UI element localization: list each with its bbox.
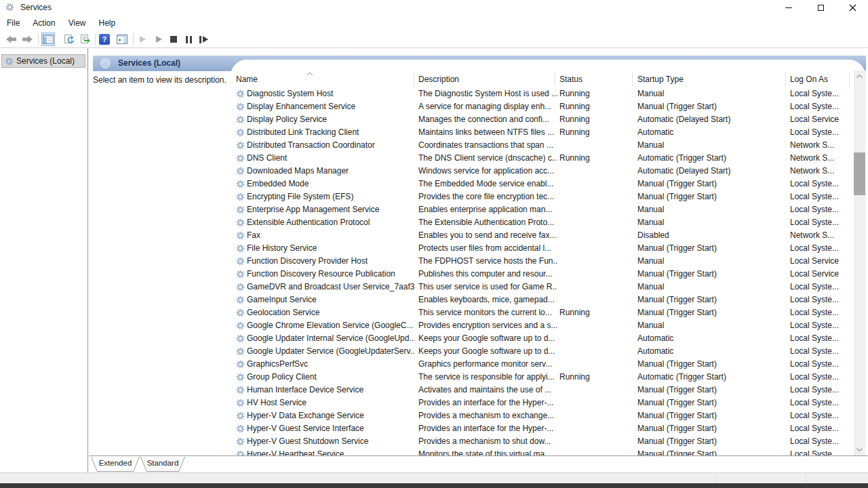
- column-divider[interactable]: [785, 72, 786, 87]
- restart-service-button[interactable]: [197, 33, 210, 46]
- maximize-button[interactable]: [805, 0, 836, 15]
- forward-button[interactable]: [20, 33, 34, 46]
- table-row[interactable]: Downloaded Maps Manager Windows service …: [231, 165, 854, 178]
- service-description: The Extensible Authentication Proto...: [418, 218, 557, 227]
- services-header-gear-icon: [100, 58, 111, 70]
- table-row[interactable]: Group Policy Client The service is respo…: [231, 371, 854, 384]
- start-service-button[interactable]: [136, 33, 149, 46]
- column-header-name[interactable]: Name: [236, 75, 258, 84]
- table-row[interactable]: Distributed Transaction Coordinator Coor…: [231, 140, 854, 152]
- service-startup-type: Automatic (Delayed Start): [637, 166, 788, 176]
- minimize-button[interactable]: [773, 0, 804, 15]
- service-logon-as: Local Syste...: [790, 372, 854, 382]
- table-row[interactable]: Google Updater Service (GoogleUpdaterSer…: [231, 346, 854, 359]
- table-row[interactable]: Display Enhancement Service A service fo…: [231, 101, 854, 114]
- table-row[interactable]: DNS Client The DNS Client service (dnsca…: [231, 152, 854, 165]
- table-row[interactable]: Human Interface Device Service Activates…: [231, 384, 854, 397]
- service-description: Provides an interface for the Hyper-...: [418, 398, 557, 407]
- table-row[interactable]: Fax Enables you to send and receive fax.…: [231, 230, 854, 243]
- service-logon-as: Local Syste...: [790, 411, 854, 420]
- details-pane: Services (Local) Select an item to view …: [89, 48, 868, 455]
- back-button[interactable]: [4, 33, 18, 46]
- scrollbar-thumb[interactable]: [854, 152, 865, 195]
- restart-icon: [199, 36, 208, 43]
- bottom-scroll-strip[interactable]: [0, 472, 868, 483]
- table-row[interactable]: Hyper-V Data Exchange Service Provides a…: [231, 410, 854, 423]
- column-divider[interactable]: [414, 72, 414, 87]
- play-icon: [156, 36, 162, 43]
- service-name: Google Chrome Elevation Service (GoogleC…: [247, 321, 415, 330]
- column-divider[interactable]: [632, 72, 633, 87]
- service-gear-icon: [236, 296, 245, 306]
- table-row[interactable]: Embedded Mode The Embedded Mode service …: [231, 178, 854, 191]
- service-name: Encrypting File System (EFS): [247, 192, 415, 201]
- vertical-scrollbar[interactable]: [854, 70, 865, 455]
- table-row[interactable]: Hyper-V Guest Shutdown Service Provides …: [231, 436, 854, 449]
- table-row[interactable]: Encrypting File System (EFS) Provides th…: [231, 191, 854, 204]
- menu-file[interactable]: File: [1, 16, 26, 30]
- service-gear-icon: [236, 399, 245, 409]
- table-row[interactable]: Google Chrome Elevation Service (GoogleC…: [231, 320, 854, 333]
- column-divider[interactable]: [555, 72, 555, 87]
- service-startup-type: Automatic (Trigger Start): [637, 372, 788, 382]
- service-name: Distributed Link Tracking Client: [247, 127, 415, 137]
- service-gear-icon: [236, 89, 245, 100]
- service-logon-as: Network S...: [790, 230, 854, 240]
- service-logon-as: Local Syste...: [790, 308, 854, 317]
- show-console-tree-button[interactable]: [41, 33, 55, 46]
- refresh-button[interactable]: [62, 33, 76, 46]
- scroll-up-button[interactable]: [854, 70, 865, 82]
- menu-help[interactable]: Help: [93, 16, 122, 30]
- description-hint: Select an item to view its description.: [93, 75, 229, 85]
- table-row[interactable]: HV Host Service Provides an interface fo…: [231, 397, 854, 410]
- help-button[interactable]: ?: [98, 33, 111, 46]
- service-gear-icon: [236, 192, 245, 203]
- resume-service-button[interactable]: [152, 33, 165, 46]
- table-row[interactable]: Diagnostic System Host The Diagnostic Sy…: [231, 88, 854, 101]
- tab-standard[interactable]: Standard: [140, 457, 185, 472]
- table-row[interactable]: Function Discovery Resource Publication …: [231, 268, 854, 281]
- service-gear-icon: [236, 308, 245, 319]
- menu-action[interactable]: Action: [26, 16, 61, 30]
- column-header-description[interactable]: Description: [418, 75, 459, 84]
- scroll-down-button[interactable]: [854, 444, 865, 455]
- tree-item-services-local[interactable]: Services (Local): [1, 54, 85, 68]
- menu-view[interactable]: View: [62, 16, 92, 30]
- strip-divider: [715, 474, 716, 483]
- service-startup-type: Automatic (Trigger Start): [637, 153, 788, 163]
- table-row[interactable]: File History Service Protects user files…: [231, 243, 854, 256]
- table-row[interactable]: Hyper-V Guest Service Interface Provides…: [231, 423, 854, 436]
- table-row[interactable]: Google Updater Internal Service (GoogleU…: [231, 333, 854, 346]
- table-row[interactable]: Enterprise App Management Service Enable…: [231, 204, 854, 217]
- table-row[interactable]: Extensible Authentication Protocol The E…: [231, 217, 854, 230]
- show-action-pane-button[interactable]: [115, 33, 129, 46]
- column-header-startup-type[interactable]: Startup Type: [637, 75, 684, 84]
- service-status: Running: [559, 115, 634, 124]
- table-row[interactable]: Distributed Link Tracking Client Maintai…: [231, 127, 854, 140]
- stop-service-button[interactable]: [167, 33, 180, 46]
- column-divider[interactable]: [849, 72, 850, 87]
- service-gear-icon: [236, 270, 245, 281]
- service-gear-icon: [236, 180, 245, 190]
- column-header-logon-as[interactable]: Log On As: [790, 75, 828, 84]
- pause-service-button[interactable]: [182, 33, 195, 46]
- table-row[interactable]: GameDVR and Broadcast User Service_7aaf3…: [231, 281, 854, 294]
- service-description: This user service is used for Game R...: [418, 282, 557, 291]
- export-list-button[interactable]: [79, 33, 92, 46]
- table-row[interactable]: Function Discovery Provider Host The FDP…: [231, 256, 854, 268]
- close-button[interactable]: [837, 0, 868, 15]
- window-bottom-edge: [0, 483, 868, 488]
- console-tree-panel: Services (Local): [0, 48, 88, 472]
- service-description: Provides encryption services and a s...: [418, 321, 557, 330]
- service-description: Keeps your Google software up to d...: [418, 346, 557, 356]
- service-logon-as: Local Syste...: [790, 102, 854, 111]
- console-tree-icon: [43, 35, 54, 44]
- services-table-body: Diagnostic System Host The Diagnostic Sy…: [231, 88, 854, 455]
- tab-extended[interactable]: Extended: [91, 457, 140, 472]
- table-row[interactable]: Display Policy Service Manages the conne…: [231, 114, 854, 127]
- table-row[interactable]: Hyper-V Heartbeat Service Monitors the s…: [231, 449, 854, 455]
- table-row[interactable]: GraphicsPerfSvc Graphics performance mon…: [231, 359, 854, 371]
- column-header-status[interactable]: Status: [559, 75, 583, 84]
- table-row[interactable]: Geolocation Service This service monitor…: [231, 307, 854, 320]
- table-row[interactable]: GameInput Service Enables keyboards, mic…: [231, 294, 854, 307]
